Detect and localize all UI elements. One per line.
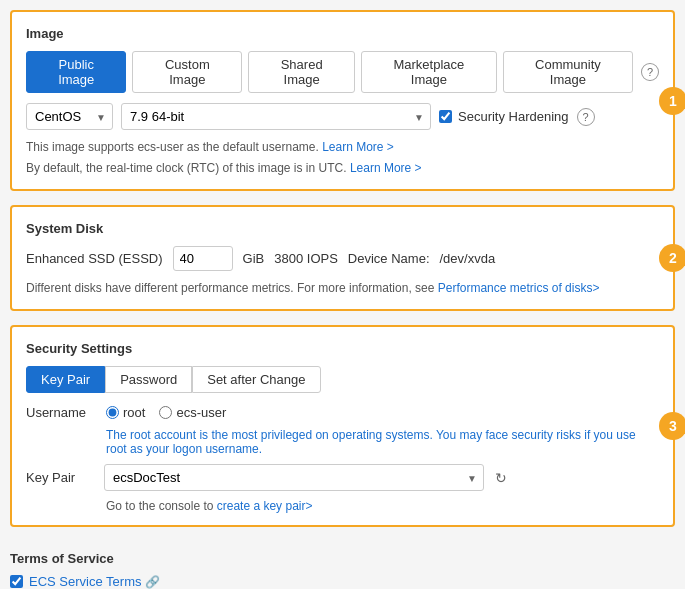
keypair-refresh-icon[interactable]: ↻ <box>492 469 510 487</box>
disk-iops: 3800 IOPS <box>274 251 338 266</box>
auth-tab-set-after[interactable]: Set after Change <box>192 366 320 393</box>
security-hardening-label[interactable]: Security Hardening <box>458 109 569 124</box>
version-select[interactable]: 7.9 64-bit 8.0 64-bit 6.10 64-bit <box>121 103 431 130</box>
username-radio-group: root ecs-user <box>106 405 226 420</box>
username-ecs-user-radio-label[interactable]: ecs-user <box>159 405 226 420</box>
security-settings-title: Security Settings <box>26 341 659 356</box>
terms-row: ECS Service Terms 🔗 <box>10 574 675 589</box>
learn-more-link-1[interactable]: Learn More > <box>322 140 394 154</box>
image-info-line1: This image supports ecs-user as the defa… <box>26 138 659 156</box>
keypair-row: Key Pair ecsDocTest myKeyPair ▼ ↻ <box>26 464 659 491</box>
tab-marketplace-image[interactable]: Marketplace Image <box>361 51 497 93</box>
disk-row: Enhanced SSD (ESSD) 40 GiB 3800 IOPS Dev… <box>26 246 659 271</box>
disk-info-text: Different disks have different performan… <box>26 279 659 297</box>
os-select[interactable]: CentOS Ubuntu Debian Windows <box>26 103 113 130</box>
security-hardening-help-icon[interactable]: ? <box>577 108 595 126</box>
auth-tab-keypair[interactable]: Key Pair <box>26 366 105 393</box>
security-hardening-row: Security Hardening ? <box>439 108 595 126</box>
root-warning-text: The root account is the most privileged … <box>106 428 659 456</box>
auth-tab-row: Key Pair Password Set after Change <box>26 366 659 393</box>
step-badge-3: 3 <box>659 412 685 440</box>
image-info-line2: By default, the real-time clock (RTC) of… <box>26 159 659 177</box>
security-settings-section: Security Settings Key Pair Password Set … <box>10 325 675 527</box>
image-section: Image Public Image Custom Image Shared I… <box>10 10 675 191</box>
keypair-select-wrapper: ecsDocTest myKeyPair ▼ <box>104 464 484 491</box>
tab-custom-image[interactable]: Custom Image <box>132 51 242 93</box>
step-badge-2: 2 <box>659 244 685 272</box>
create-keypair-link[interactable]: create a key pair> <box>217 499 313 513</box>
username-label: Username <box>26 405 96 420</box>
image-selects-row: CentOS Ubuntu Debian Windows ▼ 7.9 64-bi… <box>26 103 659 130</box>
disk-type-label: Enhanced SSD (ESSD) <box>26 251 163 266</box>
performance-metrics-link[interactable]: Performance metrics of disks> <box>438 281 600 295</box>
learn-more-link-2[interactable]: Learn More > <box>350 161 422 175</box>
security-hardening-checkbox[interactable] <box>439 110 452 123</box>
auth-tab-password[interactable]: Password <box>105 366 192 393</box>
system-disk-title: System Disk <box>26 221 659 236</box>
keypair-label: Key Pair <box>26 470 96 485</box>
tab-public-image[interactable]: Public Image <box>26 51 126 93</box>
ecs-service-terms-link[interactable]: ECS Service Terms <box>29 574 141 589</box>
disk-unit: GiB <box>243 251 265 266</box>
tab-community-image[interactable]: Community Image <box>503 51 634 93</box>
system-disk-section: System Disk Enhanced SSD (ESSD) 40 GiB 3… <box>10 205 675 311</box>
image-tabs-help-icon[interactable]: ? <box>641 63 659 81</box>
username-root-radio[interactable] <box>106 406 119 419</box>
image-tab-row: Public Image Custom Image Shared Image M… <box>26 51 659 93</box>
terms-section: Terms of Service ECS Service Terms 🔗 <box>10 541 675 589</box>
username-ecs-user-radio[interactable] <box>159 406 172 419</box>
os-select-wrapper: CentOS Ubuntu Debian Windows ▼ <box>26 103 113 130</box>
terms-link-icon: 🔗 <box>145 575 160 589</box>
image-section-title: Image <box>26 26 659 41</box>
keypair-select[interactable]: ecsDocTest myKeyPair <box>104 464 484 491</box>
username-root-radio-label[interactable]: root <box>106 405 145 420</box>
step-badge-1: 1 <box>659 87 685 115</box>
device-name: /dev/xvda <box>440 251 496 266</box>
create-keypair-text: Go to the console to create a key pair> <box>106 499 659 513</box>
ecs-terms-label[interactable]: ECS Service Terms 🔗 <box>29 574 160 589</box>
ecs-terms-checkbox[interactable] <box>10 575 23 588</box>
device-name-label: Device Name: <box>348 251 430 266</box>
disk-size-input[interactable]: 40 <box>173 246 233 271</box>
tab-shared-image[interactable]: Shared Image <box>248 51 355 93</box>
terms-title: Terms of Service <box>10 551 675 566</box>
version-select-wrapper: 7.9 64-bit 8.0 64-bit 6.10 64-bit ▼ <box>121 103 431 130</box>
username-row: Username root ecs-user <box>26 405 659 420</box>
